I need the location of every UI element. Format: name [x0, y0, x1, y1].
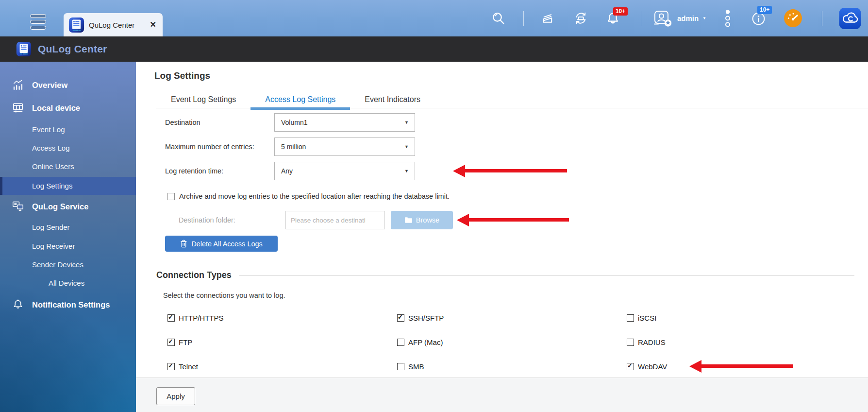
connection-checkbox-ftp[interactable]: ✓ FTP	[167, 338, 397, 346]
checkbox-icon[interactable]: ✓	[167, 314, 175, 322]
background-tasks-icon[interactable]	[540, 11, 555, 26]
user-name-label: admin	[677, 14, 699, 22]
hamburger-bar	[30, 14, 46, 18]
sidebar-label: Local device	[32, 98, 80, 118]
sidebar-nav: Overview Local device Event Log Access L…	[0, 62, 136, 412]
sidebar-label: Access Log	[32, 140, 70, 156]
sidebar-label: Sender Devices	[32, 257, 83, 273]
sidebar-item-log-sender[interactable]: Log Sender	[0, 219, 136, 236]
resource-monitor-gauge-icon[interactable]	[784, 9, 802, 28]
connection-checkbox-ssh-sftp[interactable]: ✓ SSH/SFTP	[397, 314, 627, 322]
more-options-kebab-icon[interactable]	[725, 9, 731, 27]
connection-label: Telnet	[179, 362, 198, 371]
sidebar-item-event-log[interactable]: Event Log	[0, 121, 136, 138]
divider	[642, 11, 642, 26]
sidebar-label: Log Sender	[32, 219, 70, 236]
connection-label: SSH/SFTP	[408, 314, 444, 322]
destination-folder-input[interactable]	[285, 211, 385, 229]
connection-checkbox-smb[interactable]: ✓ SMB	[397, 362, 627, 371]
sidebar-item-online-users[interactable]: Online Users	[0, 158, 136, 175]
retention-select[interactable]: Any ▼	[274, 162, 415, 180]
connection-types-title: Connection Types	[156, 270, 232, 280]
delete-all-access-logs-button[interactable]: Delete All Access Logs	[165, 236, 278, 252]
connection-types-description: Select the connections you want to log.	[163, 292, 285, 299]
hamburger-bar	[30, 20, 46, 24]
checkbox-icon[interactable]: ✓	[167, 363, 175, 370]
connection-checkbox-webdav[interactable]: ✓ WebDAV	[627, 362, 850, 371]
max-entries-value: 5 million	[281, 138, 306, 155]
section-divider	[239, 275, 854, 275]
topbar-icon-tray: 10+ admin ▼	[491, 0, 861, 36]
apply-button[interactable]: Apply	[156, 387, 195, 405]
sidebar-label: Online Users	[32, 158, 74, 175]
sidebar-item-log-settings[interactable]: Log Settings	[0, 177, 136, 195]
caret-down-icon: ▼	[404, 162, 409, 180]
caret-down-icon: ▼	[404, 114, 409, 131]
settings-tab-bar: Event Log Settings Access Log Settings E…	[156, 91, 868, 108]
sidebar-item-overview[interactable]: Overview	[0, 75, 136, 95]
sidebar-item-log-receiver[interactable]: Log Receiver	[0, 238, 136, 255]
system-info-icon[interactable]: 10+	[751, 11, 766, 26]
notification-count-badge: 10+	[613, 7, 628, 16]
destination-select[interactable]: Volumn1 ▼	[274, 113, 415, 132]
qulog-app-icon	[68, 17, 84, 33]
connection-label: iSCSI	[638, 314, 656, 322]
app-tab-label: QuLog Center	[89, 21, 146, 29]
user-menu[interactable]: admin ▼	[652, 8, 706, 29]
tab-event-indicators[interactable]: Event Indicators	[350, 91, 435, 108]
content-footer: Apply	[136, 378, 868, 412]
tab-access-log-settings[interactable]: Access Log Settings	[250, 91, 350, 108]
tab-event-log-settings[interactable]: Event Log Settings	[156, 91, 250, 108]
delete-button-label: Delete All Access Logs	[191, 240, 263, 248]
sidebar-label: Overview	[32, 75, 67, 95]
sidebar-item-local-device[interactable]: Local device	[0, 98, 136, 118]
checkbox-icon[interactable]: ✓	[167, 339, 175, 346]
info-count-badge: 10+	[757, 6, 772, 14]
page-title: Log Settings	[154, 70, 210, 81]
retention-value: Any	[281, 162, 293, 180]
browse-button[interactable]: Browse	[391, 211, 453, 229]
app-tab-qulog-center[interactable]: QuLog Center ✕	[64, 13, 163, 36]
connection-label: SMB	[408, 362, 424, 371]
max-entries-select[interactable]: 5 million ▼	[274, 137, 415, 156]
checkbox-icon[interactable]: ✓	[397, 314, 404, 322]
connection-checkbox-telnet[interactable]: ✓ Telnet	[167, 362, 397, 371]
check-icon: ✓	[168, 362, 173, 369]
sidebar-label: Notification Settings	[32, 295, 110, 314]
connection-checkbox-afp-mac[interactable]: ✓ AFP (Mac)	[397, 338, 627, 346]
browse-button-label: Browse	[416, 216, 439, 224]
search-icon[interactable]	[491, 11, 506, 26]
sidebar-item-sender-devices[interactable]: Sender Devices	[0, 257, 136, 273]
sidebar-label: QuLog Service	[32, 197, 88, 216]
archive-checkbox[interactable]: ✓	[167, 193, 175, 200]
main-menu-icon[interactable]	[30, 14, 46, 30]
sidebar-label: Log Settings	[32, 177, 72, 195]
checkbox-icon[interactable]: ✓	[397, 339, 404, 346]
connection-checkbox-http-https[interactable]: ✓ HTTP/HTTPS	[167, 314, 397, 322]
caret-down-icon: ▼	[404, 138, 409, 155]
checkbox-icon[interactable]: ✓	[627, 363, 634, 370]
connection-types-grid: ✓ HTTP/HTTPS ✓ SSH/SFTP ✓ iSCSI ✓ FTP ✓ …	[167, 306, 850, 378]
app-title: QuLog Center	[38, 43, 107, 55]
connection-checkbox-radius[interactable]: ✓ RADIUS	[627, 338, 850, 346]
myqnapcloud-icon[interactable]	[839, 7, 861, 30]
qulog-center-window: QuLog Center ✕	[0, 0, 868, 412]
connection-checkbox-iscsi[interactable]: ✓ iSCSI	[627, 314, 850, 322]
checkbox-icon[interactable]: ✓	[627, 339, 634, 346]
sidebar-item-qulog-service[interactable]: QuLog Service	[0, 197, 136, 216]
divider	[523, 11, 524, 26]
connection-label: AFP (Mac)	[408, 338, 443, 346]
checkbox-icon[interactable]: ✓	[627, 314, 634, 322]
checkbox-icon[interactable]: ✓	[397, 363, 404, 370]
desktop-top-bar: QuLog Center ✕	[0, 0, 868, 36]
sidebar-item-notification-settings[interactable]: Notification Settings	[0, 295, 136, 314]
notifications-bell-icon[interactable]: 10+	[605, 11, 620, 26]
retention-label: Log retention time:	[165, 167, 223, 175]
connection-types-header: Connection Types	[156, 270, 854, 280]
device-sync-icon[interactable]	[573, 10, 589, 26]
app-header: QuLog Center	[0, 36, 868, 62]
user-avatar-icon	[652, 8, 673, 29]
sidebar-item-all-devices[interactable]: All Devices	[0, 275, 136, 292]
sidebar-item-access-log[interactable]: Access Log	[0, 140, 136, 156]
close-tab-icon[interactable]: ✕	[150, 21, 156, 29]
